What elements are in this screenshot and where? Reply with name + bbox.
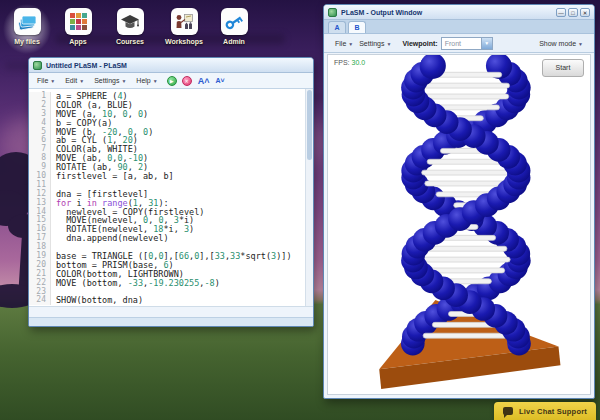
editor-scrollbar[interactable] xyxy=(305,89,313,306)
fps-value: 30.0 xyxy=(352,59,366,66)
desktop-icon-apps[interactable]: Apps xyxy=(52,8,104,45)
tab-b[interactable]: B xyxy=(348,21,366,33)
caret-down-icon: ▼ xyxy=(50,78,55,84)
code-text: dna.append(newlevel) xyxy=(51,234,169,243)
workshops-tile xyxy=(171,8,198,35)
fps-label: FPS: xyxy=(334,59,350,66)
code-text: SHOW(bottom, dna) xyxy=(51,296,143,305)
output-window-title: PLaSM - Output Window xyxy=(341,9,422,16)
line-number: 3 xyxy=(29,110,51,119)
folders-icon xyxy=(17,12,37,32)
desktop-icon-my-files[interactable]: My files xyxy=(1,8,53,45)
desktop-icon-courses[interactable]: Courses xyxy=(104,8,156,45)
output-window: PLaSM - Output Window — □ ✕ A B File ▼ S… xyxy=(323,4,595,399)
viewpoint-select[interactable]: Front ▼ xyxy=(441,37,493,50)
output-titlebar[interactable]: PLaSM - Output Window — □ ✕ xyxy=(324,5,594,20)
line-number: 7 xyxy=(29,145,51,154)
caret-down-icon: ▼ xyxy=(386,41,391,47)
tab-a[interactable]: A xyxy=(328,21,346,33)
editor-menubar: File ▼ Edit ▼ Settings ▼ Help ▼ ▶ ✕ A˄ A… xyxy=(29,73,313,89)
desktop-icon-workshops[interactable]: Workshops xyxy=(158,8,210,45)
code-line: 22 MOVE (bottom, -33,-19.230255,-8) xyxy=(29,279,305,288)
admin-tile xyxy=(221,8,248,35)
caret-down-icon: ▼ xyxy=(348,41,353,47)
menu-file[interactable]: File ▼ xyxy=(33,75,59,86)
editor-window-title: Untitled PLaSM - PLaSM xyxy=(46,62,127,69)
plasm-app-icon xyxy=(328,8,337,17)
line-number: 8 xyxy=(29,154,51,163)
app-grid-icon xyxy=(69,12,88,31)
chat-bubble-icon xyxy=(503,407,513,415)
desktop-icon-label: My files xyxy=(1,38,53,45)
live-chat-button[interactable]: Live Chat Support xyxy=(494,402,596,420)
menu-settings[interactable]: Settings ▼ xyxy=(90,75,130,86)
menu-edit[interactable]: Edit ▼ xyxy=(61,75,88,86)
line-number: 6 xyxy=(29,136,51,145)
menu-help[interactable]: Help ▼ xyxy=(132,75,161,86)
viewpoint-value: Front xyxy=(442,38,481,49)
menu-settings[interactable]: Settings ▼ xyxy=(356,38,394,49)
apps-tile xyxy=(65,8,92,35)
caret-down-icon: ▼ xyxy=(79,78,84,84)
my-files-tile xyxy=(14,8,41,35)
presenter-icon xyxy=(174,12,194,32)
caret-down-icon: ▼ xyxy=(481,38,492,49)
editor-titlebar[interactable]: Untitled PLaSM - PLaSM xyxy=(29,58,313,73)
font-increase-icon[interactable]: A˄ xyxy=(198,76,210,86)
caret-down-icon: ▼ xyxy=(578,41,583,47)
editor-window: Untitled PLaSM - PLaSM File ▼ Edit ▼ Set… xyxy=(28,57,314,327)
output-tabbar: A B xyxy=(324,20,594,34)
dna-model-scene xyxy=(328,55,590,394)
desktop: My files Apps Courses xyxy=(0,0,600,420)
courses-tile xyxy=(117,8,144,35)
run-icon[interactable]: ▶ xyxy=(167,76,177,86)
render-canvas[interactable]: FPS: 30.0 Start xyxy=(327,54,591,395)
editor-statusbar xyxy=(29,317,313,326)
code-text: firstlevel = [a, ab, b] xyxy=(51,172,174,181)
desktop-icon-label: Apps xyxy=(52,38,104,45)
code-line: 24 SHOW(bottom, dna) xyxy=(29,296,305,305)
desktop-icon-label: Workshops xyxy=(158,38,210,45)
close-icon[interactable]: ✕ xyxy=(580,8,590,17)
desktop-icon-label: Courses xyxy=(104,38,156,45)
stop-icon[interactable]: ✕ xyxy=(182,76,192,86)
caret-down-icon: ▼ xyxy=(121,78,126,84)
desktop-icon-label: Admin xyxy=(208,38,260,45)
caret-down-icon: ▼ xyxy=(153,78,158,84)
line-number: 2 xyxy=(29,101,51,110)
maximize-icon[interactable]: □ xyxy=(568,8,578,17)
live-chat-label: Live Chat Support xyxy=(519,407,587,416)
minimize-icon[interactable]: — xyxy=(556,8,566,17)
start-button[interactable]: Start xyxy=(542,59,584,77)
line-number: 1 xyxy=(29,92,51,101)
menu-file[interactable]: File ▼ xyxy=(332,38,356,49)
show-mode-menu[interactable]: Show mode ▼ xyxy=(536,38,586,49)
viewpoint-label: Viewpoint: xyxy=(402,40,437,47)
code-text: MOVE (bottom, -33,-19.230255,-8) xyxy=(51,279,220,288)
output-toolbar: File ▼ Settings ▼ Viewpoint: Front ▼ Sho… xyxy=(324,34,594,53)
window-controls: — □ ✕ xyxy=(556,8,590,17)
code-line: 10 firstlevel = [a, ab, b] xyxy=(29,172,305,181)
desktop-icon-admin[interactable]: Admin xyxy=(208,8,260,45)
code-area[interactable]: 1 a = SPHERE (4) 2 COLOR (a, BLUE) 3 MOV… xyxy=(29,89,305,306)
plasm-app-icon xyxy=(33,61,42,70)
line-number: 24 xyxy=(29,296,51,305)
font-decrease-icon[interactable]: A˅ xyxy=(215,76,224,86)
line-number: 5 xyxy=(29,128,51,137)
code-line: 17 dna.append(newlevel) xyxy=(29,234,305,243)
code-editor: 1 a = SPHERE (4) 2 COLOR (a, BLUE) 3 MOV… xyxy=(29,89,313,307)
key-icon xyxy=(224,12,244,32)
line-number: 4 xyxy=(29,119,51,128)
fps-readout: FPS: 30.0 xyxy=(334,59,365,66)
scrollbar-thumb[interactable] xyxy=(307,90,312,160)
mortarboard-icon xyxy=(120,12,140,32)
